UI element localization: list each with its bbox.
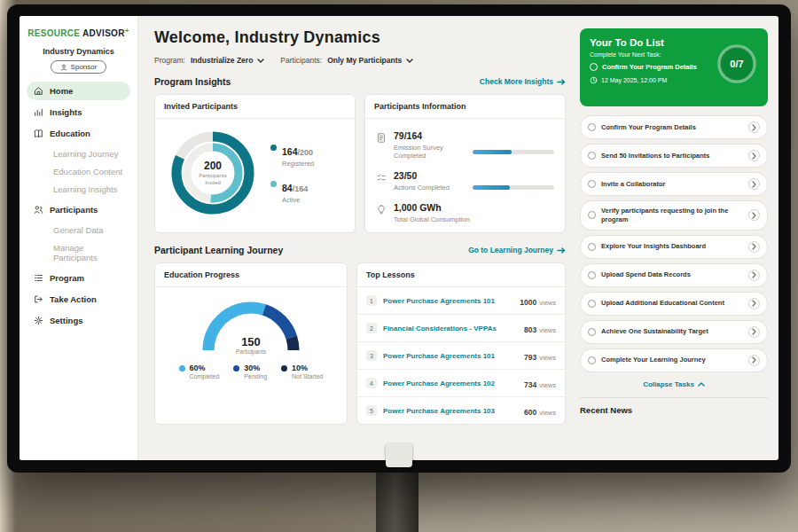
task-item[interactable]: Confirm Your Program Details <box>580 115 768 139</box>
checkbox-icon[interactable] <box>588 300 596 308</box>
lesson-views: 600views <box>524 403 556 419</box>
sidebar-item-general-data[interactable]: General Data <box>27 222 130 239</box>
task-item[interactable]: Verify participants requesting to join t… <box>580 200 768 231</box>
checkbox-icon[interactable] <box>588 328 596 336</box>
task-item[interactable]: Send 50 Invitations to Participants <box>580 144 768 168</box>
link-label: Check More Insights <box>480 77 553 86</box>
section-title: Program Insights <box>154 76 231 87</box>
lesson-title-link[interactable]: Power Purchase Agreements 101 <box>383 297 513 305</box>
todo-next-task-label: Confirm Your Program Details <box>602 63 697 71</box>
card-title: Invited Participants <box>155 95 355 119</box>
stat-actions-completed: 23/50 Actions Completed <box>376 165 554 197</box>
task-item[interactable]: Achieve One Sustainability Target <box>580 320 768 344</box>
participants-select[interactable]: Only My Participants <box>327 56 413 65</box>
chevron-right-icon[interactable] <box>748 150 760 161</box>
lesson-title-link[interactable]: Power Purchase Agreements 103 <box>383 407 518 415</box>
monitor-stand <box>376 468 419 532</box>
task-item[interactable]: Complete Your Learning Journey <box>580 348 768 372</box>
task-label: Send 50 Invitations to Participants <box>601 152 743 160</box>
todo-summary-card: Your To Do List Complete Your Next Task:… <box>580 28 768 106</box>
sidebar: RESOURCE ADVISOR+ Industry Dynamics Spon… <box>20 16 138 460</box>
sidebar-item-participants[interactable]: Participants <box>27 200 130 219</box>
chevron-right-icon[interactable] <box>748 326 760 338</box>
checkbox-icon[interactable] <box>588 356 596 364</box>
lesson-row[interactable]: 5 Power Purchase Agreements 103 600views <box>357 397 565 424</box>
lesson-title-link[interactable]: Financial Considerations - VPPAs <box>383 325 518 332</box>
chevron-right-icon[interactable] <box>748 355 760 366</box>
chevron-right-icon[interactable] <box>748 121 760 133</box>
legend-value: 84 <box>282 183 293 193</box>
chevron-right-icon[interactable] <box>748 298 760 309</box>
stat-label: Actions Completed <box>394 184 450 192</box>
task-item[interactable]: Upload Spend Data Records <box>580 263 768 287</box>
checkbox-icon[interactable] <box>588 211 596 219</box>
lesson-title-link[interactable]: Power Purchase Agreements 102 <box>383 379 518 387</box>
lessons-list: 1 Power Purchase Agreements 101 1000view… <box>357 287 565 424</box>
checkbox-icon[interactable] <box>588 180 596 188</box>
task-label: Explore Your Insights Dashboard <box>601 242 743 251</box>
program-insights-header: Program Insights Check More Insights <box>154 76 566 87</box>
checkbox-icon[interactable] <box>588 152 596 160</box>
gear-icon <box>34 316 43 325</box>
lesson-row[interactable]: 3 Power Purchase Agreements 101 793views <box>357 342 565 370</box>
task-label: Complete Your Learning Journey <box>601 356 743 364</box>
legend-item-active: 84/164 Active <box>270 179 314 204</box>
todo-panel: Your To Do List Complete Your Next Task:… <box>576 16 778 460</box>
lesson-title-link[interactable]: Power Purchase Agreements 101 <box>383 352 518 360</box>
checkbox-icon[interactable] <box>590 63 598 71</box>
sidebar-item-insights[interactable]: Insights <box>27 103 130 121</box>
checkbox-icon[interactable] <box>588 123 596 131</box>
checkbox-icon[interactable] <box>588 271 596 279</box>
chevron-right-icon[interactable] <box>748 209 760 221</box>
lesson-row[interactable]: 1 Power Purchase Agreements 101 1000view… <box>357 287 565 315</box>
sidebar-item-home[interactable]: Home <box>27 82 130 100</box>
chevron-right-icon[interactable] <box>748 178 760 190</box>
sidebar-item-label: Program <box>50 273 84 283</box>
task-item[interactable]: Explore Your Insights Dashboard <box>580 235 768 259</box>
program-select[interactable]: Industrialize Zero <box>191 56 264 65</box>
chevron-right-icon[interactable] <box>748 241 760 253</box>
sidebar-item-label: Education Content <box>53 167 122 176</box>
task-label: Verify participants requesting to join t… <box>601 207 743 224</box>
donut-legend: 164/200 Registered 84/164 Active <box>270 143 314 204</box>
legend-value: 10% <box>292 364 323 372</box>
todo-progress-count: 0/7 <box>716 43 758 85</box>
check-more-insights-link[interactable]: Check More Insights <box>480 77 566 86</box>
sidebar-item-education-content[interactable]: Education Content <box>27 163 130 180</box>
collapse-tasks-button[interactable]: Collapse Tasks <box>580 380 768 388</box>
participants-select-value: Only My Participants <box>327 56 402 65</box>
todo-next-task[interactable]: Confirm Your Program Details <box>590 63 714 71</box>
education-progress-gauge-chart: 150 Participants <box>197 296 305 353</box>
task-item[interactable]: Invite a Collaborator <box>580 172 768 196</box>
sidebar-item-learning-journey[interactable]: Learning Journey <box>27 145 130 162</box>
sidebar-item-education[interactable]: Education <box>27 124 130 143</box>
checkbox-icon[interactable] <box>588 243 596 251</box>
legend-label: Not Started <box>292 373 323 379</box>
todo-time-label: 12 May 2025, 12:00 PM <box>601 77 667 83</box>
lesson-views: 1000views <box>520 293 556 309</box>
task-item[interactable]: Upload Additional Educational Content <box>580 292 768 316</box>
stat-value: 79/164 <box>394 130 554 141</box>
lesson-row[interactable]: 4 Power Purchase Agreements 102 734views <box>357 370 565 397</box>
chevron-right-icon[interactable] <box>748 270 760 281</box>
stat-label: Total Global Consumption <box>394 215 470 223</box>
sponsor-badge[interactable]: Sponsor <box>51 60 107 74</box>
go-to-learning-journey-link[interactable]: Go to Learning Journey <box>468 246 566 254</box>
survey-icon <box>376 132 387 144</box>
sidebar-item-manage-participants[interactable]: Manage Participants <box>27 239 130 266</box>
stat-value: 1,000 GWh <box>394 202 554 213</box>
sidebar-item-settings[interactable]: Settings <box>27 311 130 330</box>
clock-icon <box>590 76 598 84</box>
bar-chart-icon <box>34 107 43 117</box>
lesson-row[interactable]: 2 Financial Considerations - VPPAs 803vi… <box>357 315 565 342</box>
sidebar-item-program[interactable]: Program <box>27 269 130 287</box>
legend-dot <box>281 365 287 372</box>
sidebar-item-learning-insights[interactable]: Learning Insights <box>27 181 130 198</box>
checklist-icon <box>376 172 387 184</box>
card-title: Top Lessons <box>357 263 565 287</box>
legend-item-completed: 60% Completed <box>179 364 220 379</box>
sidebar-item-take-action[interactable]: Take Action <box>27 290 130 309</box>
stat-emission-survey: 79/164 Emission Survey Completed <box>376 125 554 165</box>
insights-cards-row: Invited Participants 200 Partic <box>154 94 566 233</box>
sidebar-item-label: Manage Participants <box>53 243 98 262</box>
